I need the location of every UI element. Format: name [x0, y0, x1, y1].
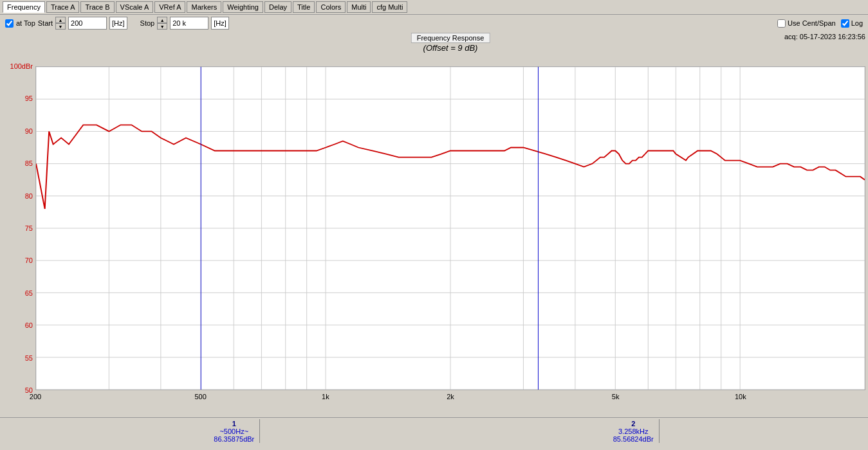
y-label-85: 85	[25, 159, 33, 167]
chart-subtitle: (Offset = 9 dB)	[411, 43, 490, 53]
log-checkbox[interactable]	[841, 19, 849, 28]
at-top-checkbox[interactable]	[5, 19, 14, 28]
marker-2-cell: 2 3.258kHz 85.56824dBr	[608, 419, 660, 443]
y-label-65: 65	[25, 289, 33, 297]
controls-bar: at Top Start ▲ ▼ 200 [Hz] Stop ▲ ▼ 20 k …	[0, 15, 868, 32]
at-top-label: at Top	[16, 19, 35, 27]
plot-area	[35, 66, 865, 390]
y-label-100: 100dBr	[10, 62, 33, 70]
frequency-response-chart	[36, 67, 865, 390]
tab-vscale-a[interactable]: VScale A	[116, 1, 154, 13]
tab-title[interactable]: Title	[293, 1, 315, 13]
tab-colors[interactable]: Colors	[316, 1, 346, 13]
acq-label: acq: 05-17-2023 16:23:56	[784, 33, 865, 40]
tab-frequency[interactable]: Frequency	[3, 1, 45, 13]
tab-trace-a[interactable]: Trace A	[46, 1, 80, 13]
marker-1-cell: 1 ~500Hz~ 86.35875dBr	[208, 419, 260, 443]
stop-label: Stop	[140, 19, 155, 27]
marker-2-number: 2	[631, 420, 635, 428]
x-label-500: 500	[194, 393, 206, 401]
x-axis: 2005001k2k5k10k	[35, 390, 865, 417]
stop-spinner[interactable]: ▲ ▼	[157, 17, 167, 30]
chart-container: 100dBr95908580757065605550 Frequency Res…	[0, 32, 868, 417]
chart-title: Frequency Response	[411, 33, 490, 43]
marker-2-freq: 3.258kHz	[618, 428, 648, 435]
use-cent-span-label: Use Cent/Span	[777, 19, 836, 28]
tab-markers[interactable]: Markers	[187, 1, 221, 13]
tab-delay[interactable]: Delay	[264, 1, 291, 13]
y-label-75: 75	[25, 224, 33, 232]
y-label-55: 55	[25, 354, 33, 362]
chart-title-area: Frequency Response (Offset = 9 dB)	[411, 33, 490, 53]
tab-trace-b[interactable]: Trace B	[80, 1, 114, 13]
marker-2-value: 85.56824dBr	[613, 435, 654, 443]
log-label: Log	[841, 19, 863, 28]
y-label-95: 95	[25, 94, 33, 102]
status-bar: 1 ~500Hz~ 86.35875dBr 2 3.258kHz 85.5682…	[0, 417, 868, 444]
start-input[interactable]: 200	[68, 17, 107, 30]
start-label: Start	[38, 19, 53, 27]
use-cent-span-checkbox[interactable]	[777, 19, 786, 28]
start-unit: [Hz]	[109, 17, 127, 30]
x-label-1k: 1k	[322, 393, 329, 401]
tab-cfg-multi[interactable]: cfg Multi	[372, 1, 407, 13]
y-label-60: 60	[25, 321, 33, 329]
x-label-2k: 2k	[447, 393, 454, 401]
tab-vref-a[interactable]: VRef A	[154, 1, 185, 13]
x-label-200: 200	[30, 393, 41, 401]
y-axis: 100dBr95908580757065605550	[0, 66, 35, 390]
x-label-10k: 10k	[735, 393, 746, 401]
y-label-90: 90	[25, 127, 33, 135]
marker-1-number: 1	[232, 420, 236, 428]
stop-unit: [Hz]	[211, 17, 229, 30]
tab-multi[interactable]: Multi	[347, 1, 371, 13]
marker-1-value: 86.35875dBr	[214, 435, 254, 443]
y-label-70: 70	[25, 256, 33, 264]
marker-1-freq: ~500Hz~	[219, 428, 248, 435]
menu-bar: Frequency Trace A Trace B VScale A VRef …	[0, 0, 868, 15]
stop-input[interactable]: 20 k	[170, 17, 208, 30]
x-label-5k: 5k	[612, 393, 620, 401]
tab-weighting[interactable]: Weighting	[223, 1, 263, 13]
start-spinner[interactable]: ▲ ▼	[55, 17, 66, 30]
y-label-80: 80	[25, 192, 33, 200]
